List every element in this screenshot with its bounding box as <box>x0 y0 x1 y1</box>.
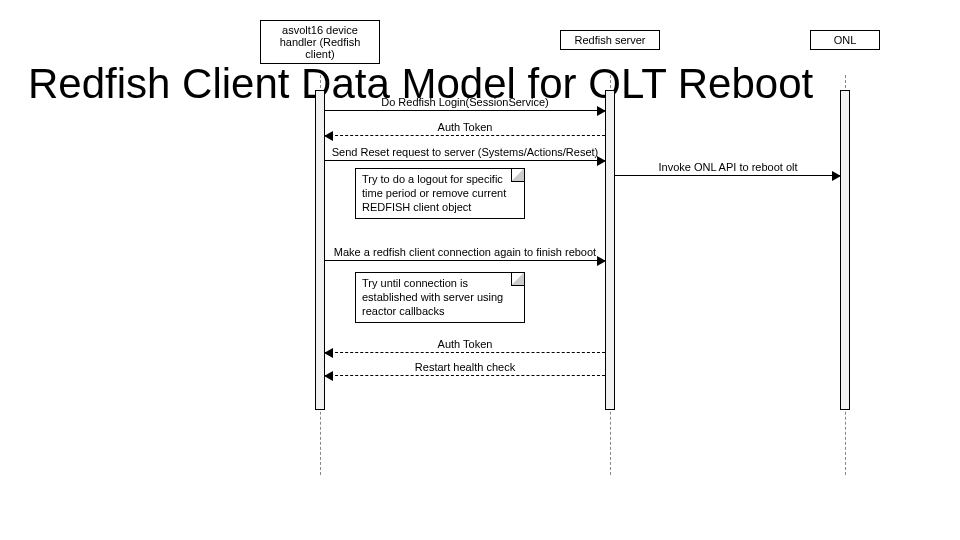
msg-invoke-onl-label: Invoke ONL API to reboot olt <box>658 161 797 173</box>
msg-restart-health-label: Restart health check <box>415 361 515 373</box>
sequence-diagram: asvolt16 device handler (Redfish client)… <box>260 20 950 520</box>
activation-server <box>605 90 615 410</box>
msg-invoke-onl <box>615 175 840 176</box>
msg-restart-health <box>325 375 605 376</box>
msg-auth-token-label: Auth Token <box>438 121 493 133</box>
participant-server: Redfish server <box>560 30 660 50</box>
msg-login-label: Do Redfish Login(SessionService) <box>381 96 549 108</box>
note-retry: Try until connection is established with… <box>355 272 525 323</box>
msg-reset <box>325 160 605 161</box>
msg-reset-label: Send Reset request to server (Systems/Ac… <box>332 146 599 158</box>
msg-reconnect <box>325 260 605 261</box>
msg-reconnect-label: Make a redfish client connection again t… <box>334 246 596 258</box>
participant-onl: ONL <box>810 30 880 50</box>
msg-auth-token-2 <box>325 352 605 353</box>
msg-auth-token <box>325 135 605 136</box>
msg-login <box>325 110 605 111</box>
note-logout: Try to do a logout for specific time per… <box>355 168 525 219</box>
participant-client: asvolt16 device handler (Redfish client) <box>260 20 380 64</box>
activation-onl <box>840 90 850 410</box>
msg-auth-token-2-label: Auth Token <box>438 338 493 350</box>
